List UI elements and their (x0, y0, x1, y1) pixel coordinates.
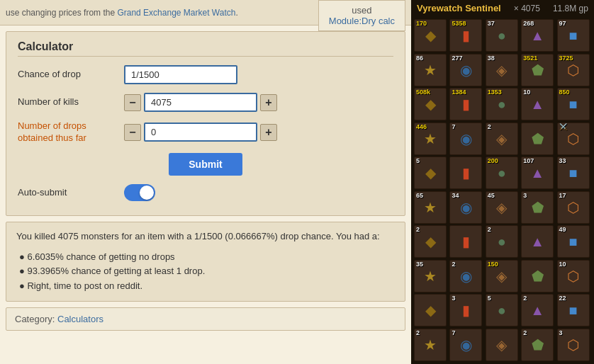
result-item-2: 93.3965% chance of getting at least 1 dr… (19, 264, 395, 279)
inventory-item-21[interactable]: ▮ (449, 157, 482, 189)
inventory-item-20[interactable]: 5◆ (414, 157, 447, 189)
toggle-thumb (140, 186, 154, 200)
calculator-section: Calculator Chance of drop Number of kill… (6, 31, 405, 216)
toggle-track (124, 184, 155, 201)
drops-plus-button[interactable]: + (260, 124, 277, 141)
inventory-item-40[interactable]: ◆ (414, 294, 447, 326)
submit-button[interactable]: Submit (169, 153, 242, 176)
inventory-item-31[interactable]: ▮ (449, 225, 482, 258)
inventory-item-7[interactable]: 38◈ (486, 54, 518, 86)
inventory-item-42[interactable]: 5● (486, 294, 518, 326)
inventory-item-30[interactable]: 2◆ (414, 225, 447, 258)
inventory-item-35[interactable]: 35★ (414, 260, 447, 292)
chance-input-group (124, 65, 237, 84)
inventory-item-26[interactable]: 34◉ (449, 191, 482, 224)
inventory-item-39[interactable]: 10⬡ (557, 260, 590, 292)
inventory-item-10[interactable]: 508k◆ (414, 88, 447, 120)
inventory-item-29[interactable]: 17⬡ (557, 191, 590, 224)
sidebar-monster-name: Vyrewatch Sentinel (417, 3, 501, 13)
result-item-3: Right, time to post on reddit. (19, 279, 395, 294)
inventory-item-11[interactable]: 1384▮ (449, 88, 482, 120)
inventory-item-46[interactable]: 7◉ (449, 329, 482, 361)
inventory-item-23[interactable]: 107▲ (521, 157, 554, 189)
submit-row: Submit (18, 153, 393, 176)
inventory-item-27[interactable]: 45◈ (486, 191, 518, 224)
drops-minus-button[interactable]: − (124, 124, 141, 141)
inventory-item-37[interactable]: 150◈ (486, 260, 518, 292)
inventory-item-19[interactable]: ⚔️⬡ (557, 123, 590, 155)
inventory-item-49[interactable]: 3⬡ (557, 329, 590, 361)
inventory-item-25[interactable]: 65★ (414, 191, 447, 224)
inventory-item-16[interactable]: 7◉ (449, 123, 482, 155)
inventory-item-14[interactable]: 850■ (557, 88, 590, 120)
inventory-item-34[interactable]: 49■ (557, 225, 590, 258)
inventory-item-41[interactable]: 3▮ (449, 294, 482, 326)
right-sidebar: Vyrewatch Sentinel × 4075 11.8M gp 170◆5… (411, 0, 594, 364)
inventory-item-44[interactable]: 22■ (557, 294, 590, 326)
top-bar: use changing prices from the Grand Excha… (0, 0, 411, 25)
auto-submit-row: Auto-submit (18, 184, 393, 201)
inventory-item-4[interactable]: 97■ (557, 19, 590, 52)
inventory-item-9[interactable]: 3725⬡ (557, 54, 590, 86)
inventory-item-0[interactable]: 170◆ (414, 19, 447, 52)
auto-submit-label: Auto-submit (18, 187, 124, 198)
inventory-item-5[interactable]: 86★ (414, 54, 447, 86)
inventory-item-28[interactable]: 3⬟ (521, 191, 554, 224)
inventory-item-15[interactable]: 446★ (414, 123, 447, 155)
drops-label: Number of drops obtained thus far (18, 120, 124, 144)
calculator-title: Calculator (18, 40, 393, 57)
drops-input-group: − + (124, 123, 277, 142)
result-main-text: You killed 4075 monsters for an item wit… (16, 229, 395, 244)
category-label: Category: (15, 314, 55, 324)
drops-input[interactable] (144, 123, 257, 142)
sidebar-count: × 4075 (514, 4, 540, 13)
kills-input-group: − + (124, 93, 277, 112)
inventory-item-8[interactable]: 3521⬟ (521, 54, 554, 86)
inventory-grid: 170◆5358▮37●268▲97■86★277◉38◈3521⬟3725⬡5… (411, 16, 594, 364)
module-link[interactable]: Module:Dry calc (329, 16, 395, 26)
sidebar-header: Vyrewatch Sentinel × 4075 11.8M gp (411, 0, 594, 16)
inventory-item-33[interactable]: ▲ (521, 225, 554, 258)
kills-plus-button[interactable]: + (260, 94, 277, 111)
inventory-item-13[interactable]: 10▲ (521, 88, 554, 120)
drops-row: Number of drops obtained thus far − + (18, 120, 393, 144)
category-link[interactable]: Calculators (57, 314, 103, 324)
inventory-item-36[interactable]: 2◉ (449, 260, 482, 292)
inventory-item-18[interactable]: ⬟ (521, 123, 554, 155)
used-label: used (329, 5, 395, 16)
inventory-item-2[interactable]: 37● (486, 19, 518, 52)
auto-submit-toggle[interactable] (124, 184, 155, 201)
result-list: 6.6035% chance of getting no drops 93.39… (16, 250, 395, 294)
inventory-item-3[interactable]: 268▲ (521, 19, 554, 52)
kills-row: Number of kills − + (18, 93, 393, 112)
result-item-1: 6.6035% chance of getting no drops (19, 250, 395, 265)
chance-input[interactable] (124, 65, 237, 84)
category-bar: Category: Calculators (6, 307, 405, 331)
inventory-item-6[interactable]: 277◉ (449, 54, 482, 86)
inventory-item-32[interactable]: 2● (486, 225, 518, 258)
inventory-item-45[interactable]: 2★ (414, 329, 447, 361)
chance-row: Chance of drop (18, 65, 393, 84)
inventory-item-17[interactable]: 2◈ (486, 123, 518, 155)
sidebar-price: 11.8M gp (553, 4, 588, 13)
inventory-item-43[interactable]: 2▲ (521, 294, 554, 326)
inventory-item-1[interactable]: 5358▮ (449, 19, 482, 52)
chance-label: Chance of drop (18, 69, 124, 81)
used-module-box: used Module:Dry calc (318, 0, 405, 31)
kills-minus-button[interactable]: − (124, 94, 141, 111)
top-bar-text: use changing prices from the Grand Excha… (6, 8, 238, 18)
inventory-item-47[interactable]: ◈ (486, 329, 518, 361)
inventory-item-22[interactable]: 200● (486, 157, 518, 189)
grand-exchange-link[interactable]: Grand Exchange Market Watch (117, 8, 235, 18)
inventory-item-38[interactable]: ⬟ (521, 260, 554, 292)
inventory-item-48[interactable]: 2⬟ (521, 329, 554, 361)
results-section: You killed 4075 monsters for an item wit… (6, 222, 405, 302)
inventory-item-24[interactable]: 33■ (557, 157, 590, 189)
kills-input[interactable] (144, 93, 257, 112)
kills-label: Number of kills (18, 96, 124, 108)
inventory-item-12[interactable]: 1353● (486, 88, 518, 120)
